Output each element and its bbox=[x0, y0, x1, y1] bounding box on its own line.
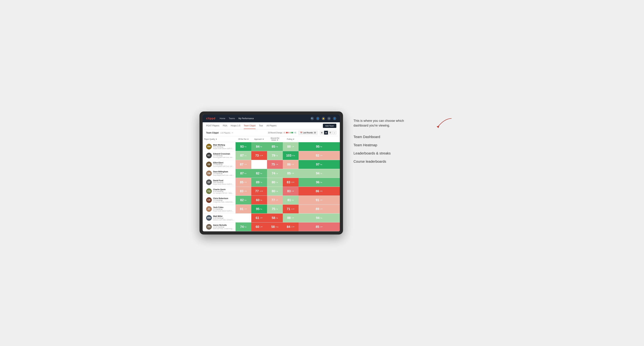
score-cell-7-3: 71 -11▼ bbox=[283, 205, 298, 213]
player-cell-8[interactable]: MM Matt Miller 6-10 Handicap Woburn Golf… bbox=[203, 213, 236, 222]
team-name-label: Team Clippd | 14 Players ✏ bbox=[206, 131, 233, 134]
sub-nav-tour[interactable]: Tour bbox=[259, 123, 263, 129]
avatar-icon[interactable]: 👤 bbox=[333, 117, 336, 120]
score-cell-8-0: 75 bbox=[236, 213, 251, 222]
avatar: AN bbox=[206, 224, 212, 230]
score-cell-4-1: 89 7▲ bbox=[251, 178, 267, 187]
player-cell-6[interactable]: CR Chris Robertson 1-5 Handicap Craigmil… bbox=[203, 196, 236, 205]
nav-bar: clippd Home Teams My Performance 🔍 👤 🔔 ⚙… bbox=[203, 115, 340, 122]
sub-nav-pgat[interactable]: PGAT Players bbox=[206, 123, 219, 129]
nav-teams[interactable]: Teams bbox=[229, 117, 235, 120]
score-cell-5-1: 77 -14▼ bbox=[251, 187, 267, 196]
col-header-approach[interactable]: Approach ▼ bbox=[251, 136, 267, 142]
score-cell-0-2: 85 8▲ bbox=[267, 142, 283, 151]
avatar: JC bbox=[206, 206, 212, 212]
player-cell-1[interactable]: EC Edward Crossman 1-5 Handicap Sunningd… bbox=[203, 151, 236, 160]
score-box: 58 4▲ bbox=[267, 213, 283, 222]
score-change: 8▲ bbox=[276, 146, 278, 148]
player-table: Player Quality ▼ Off the Tee ▼ Approach … bbox=[203, 136, 340, 231]
col-header-around-green[interactable]: Around the Green ▼ bbox=[267, 136, 283, 142]
score-value: 77 bbox=[255, 189, 259, 193]
table-row: CR Chris Robertson 1-5 Handicap Craigmil… bbox=[203, 196, 340, 205]
score-cell-7-4: 89 -2▼ bbox=[298, 205, 340, 213]
score-cell-4-3: 83 -10▼ bbox=[283, 178, 298, 187]
score-change: -3▼ bbox=[320, 155, 323, 156]
score-box: 83 -10▼ bbox=[283, 178, 298, 187]
score-value: 88 bbox=[287, 145, 291, 149]
edit-icon[interactable]: ✏ bbox=[232, 132, 233, 134]
nav-home[interactable]: Home bbox=[220, 117, 225, 120]
list-view-button[interactable]: ☰ bbox=[328, 131, 332, 135]
bell-icon[interactable]: 🔔 bbox=[322, 117, 325, 120]
score-box: 75 bbox=[236, 213, 251, 222]
annotation-items: Team Dashboard Team Heatmap Leaderboards… bbox=[354, 135, 444, 164]
col-header-off-tee[interactable]: Off the Tee ▼ bbox=[236, 136, 251, 142]
col-header-player[interactable]: Player Quality ▼ bbox=[203, 136, 236, 142]
score-box: 97 5▲ bbox=[298, 160, 340, 169]
score-cell-5-4: 86 -8▼ bbox=[298, 187, 340, 196]
heatmap-view-button[interactable]: ▦ bbox=[324, 131, 328, 135]
col-header-putting[interactable]: Putting ▼ bbox=[283, 136, 298, 142]
score-change: -10▼ bbox=[291, 181, 295, 183]
view-icons: ⊞ ▦ ☰ ↓ bbox=[320, 131, 336, 135]
score-value: 83 bbox=[287, 189, 291, 193]
score-box: 75 -3▼ bbox=[267, 160, 283, 169]
sub-nav-all-players[interactable]: All Players bbox=[266, 123, 276, 129]
score-box: 103 15▲ bbox=[283, 151, 298, 160]
score-value: 86 bbox=[287, 163, 291, 166]
score-cell-3-2: 74 1▲ bbox=[267, 169, 283, 178]
score-change: -4▼ bbox=[320, 226, 323, 228]
score-box: 87 1▲ bbox=[236, 151, 251, 160]
bar-green-2 bbox=[291, 132, 292, 133]
score-value: 85 bbox=[316, 225, 319, 229]
player-cell-9[interactable]: AN Aaron Nicholls 11-15 Handicap Drift G… bbox=[203, 222, 236, 231]
score-value: 75 bbox=[272, 207, 275, 211]
user-icon[interactable]: 👤 bbox=[316, 117, 320, 120]
settings-icon[interactable]: ⚙ bbox=[327, 117, 331, 120]
sub-nav-team-clippd[interactable]: Team Clippd bbox=[244, 123, 256, 129]
score-value: 75 bbox=[272, 163, 275, 166]
score-cell-5-0: 83 -3▼ bbox=[236, 187, 251, 196]
score-change: 6▲ bbox=[260, 146, 262, 148]
score-change: -3▼ bbox=[320, 199, 323, 201]
grid-view-button[interactable]: ⊞ bbox=[320, 131, 324, 135]
score-value: 91 bbox=[316, 198, 319, 202]
tablet-device: clippd Home Teams My Performance 🔍 👤 🔔 ⚙… bbox=[200, 112, 343, 234]
score-change: 15▲ bbox=[292, 155, 295, 156]
download-button[interactable]: ↓ bbox=[332, 131, 336, 135]
score-change: -3▼ bbox=[276, 199, 278, 201]
score-cell-6-3: 81 4▲ bbox=[283, 196, 298, 205]
player-cell-3[interactable]: DB Dave Billingham 1-5 Handicap Gog Mago… bbox=[203, 169, 236, 178]
score-change: -3▼ bbox=[276, 164, 278, 165]
player-cell-2[interactable]: EE Elliot Ebert 1-5 Handicap Sunningdale… bbox=[203, 160, 236, 169]
score-cell-9-1: 60 -1▼ bbox=[251, 222, 267, 231]
score-change: -3▼ bbox=[244, 181, 247, 183]
nav-my-performance[interactable]: My Performance bbox=[238, 117, 254, 120]
score-change: -3▼ bbox=[260, 217, 263, 219]
score-value: 82 bbox=[240, 198, 244, 202]
change-pos: +5 bbox=[294, 132, 296, 134]
add-team-button[interactable]: Add Team bbox=[323, 124, 336, 128]
sub-nav-hcaps[interactable]: Hcaps 1-5 bbox=[231, 123, 240, 129]
score-value: 94 bbox=[316, 172, 320, 175]
player-cell-7[interactable]: JC Josh Coles 1-5 Handicap Royal North D… bbox=[203, 205, 236, 213]
sub-nav-pga[interactable]: PGA bbox=[223, 123, 227, 129]
avatar: BM bbox=[206, 144, 212, 149]
score-cell-4-2: 80 3▲ bbox=[267, 178, 283, 187]
last-rounds-button[interactable]: 📅 Last Rounds: 20 bbox=[298, 131, 318, 135]
score-value: 74 bbox=[272, 172, 275, 175]
player-cell-5[interactable]: CQ Charlie Quick 6-10 Handicap St. Georg… bbox=[203, 187, 236, 196]
score-box: 85 8▲ bbox=[267, 142, 283, 151]
player-cell-4[interactable]: DF David Ford Plus Handicap Royal North … bbox=[203, 178, 236, 187]
calendar-icon: 📅 bbox=[300, 132, 302, 134]
score-value: 73 bbox=[255, 154, 259, 158]
search-icon[interactable]: 🔍 bbox=[310, 117, 314, 120]
score-value: 60 bbox=[256, 198, 260, 202]
score-cell-7-0: 81 -3▼ bbox=[236, 205, 251, 213]
score-cell-3-3: 85 -3▼ bbox=[283, 169, 298, 178]
last-rounds-label: Last Rounds: bbox=[303, 132, 313, 134]
player-cell-0[interactable]: BM Blair McHarg Plus Handicap Royal Nort… bbox=[203, 142, 236, 151]
table-row: MM Matt Miller 6-10 Handicap Woburn Golf… bbox=[203, 213, 340, 222]
annotation-intro: This is where you can choose which dashb… bbox=[354, 119, 444, 128]
annotation-panel: This is where you can choose which dashb… bbox=[354, 112, 444, 164]
